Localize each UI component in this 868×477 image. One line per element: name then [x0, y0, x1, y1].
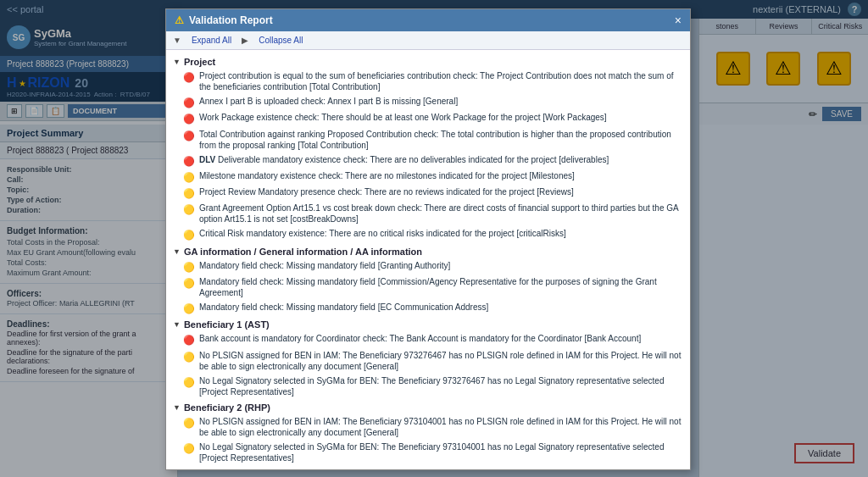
modal-title-text: Validation Report: [189, 14, 273, 26]
list-item: 🟡 Critical Risk mandatory existence: The…: [183, 226, 683, 242]
expand-icon: ▼: [173, 36, 181, 45]
warning-icon: 🟡: [183, 417, 195, 429]
validation-modal: ⚠ Validation Report × ▼ Expand All ▶ Col…: [165, 8, 691, 470]
item-text: Annex I part B is uploaded check: Annex …: [199, 96, 458, 107]
list-item: 🟡 Mandatory field check: Missing mandato…: [183, 275, 683, 300]
item-text: Total Contribution against ranking Propo…: [199, 129, 683, 151]
warning-icon: 🟡: [183, 376, 195, 388]
item-text: Project Review Mandatory presence check:…: [199, 186, 574, 197]
warning-icon: 🟡: [183, 187, 195, 199]
list-item: 🟡 Mandatory field check: Missing mandato…: [183, 258, 683, 275]
section-ben1-label: Beneficiary 1 (AST): [184, 319, 270, 330]
modal-header: ⚠ Validation Report ×: [166, 9, 690, 31]
section-ben3-label: Beneficiary 3 (CNRS): [184, 469, 277, 469]
item-text: Grant Agreement Option Art15.1 vs cost b…: [199, 202, 683, 225]
item-text: Work Package existence check: There shou…: [199, 112, 607, 123]
section-ga: ▼ GA information / General information /…: [173, 245, 683, 317]
section-ben2: ▼ Beneficiary 2 (RHP) 🟡 No PLSIGN assign…: [173, 401, 683, 465]
modal-title: ⚠ Validation Report: [175, 14, 273, 26]
item-text: Critical Risk mandatory existence: There…: [199, 228, 566, 239]
item-text: Mandatory field check: Missing mandatory…: [199, 302, 488, 313]
section-ga-header: ▼ GA information / General information /…: [173, 245, 683, 258]
list-item: 🟡 Milestone mandatory existence check: T…: [183, 169, 683, 185]
warning-icon: 🟡: [183, 442, 195, 454]
modal-close-button[interactable]: ×: [675, 14, 682, 27]
warning-icon: 🟡: [183, 277, 195, 289]
item-text: Project contribution is equal to the sum…: [199, 70, 683, 92]
list-item: 🟡 Project Review Mandatory presence chec…: [183, 185, 683, 201]
section-ga-arrow[interactable]: ▼: [173, 247, 181, 256]
section-ben1-items: 🔴 Bank account is mandatory for Coordina…: [173, 331, 683, 398]
section-ben3-header: ▼ Beneficiary 3 (CNRS): [173, 467, 683, 469]
section-ga-label: GA information / General information / A…: [184, 247, 422, 257]
section-project-label: Project: [184, 57, 215, 67]
section-ben3: ▼ Beneficiary 3 (CNRS) 🟡 No PLSIGN assig…: [173, 467, 683, 469]
list-item: 🔴 Bank account is mandatory for Coordina…: [183, 331, 683, 347]
section-project: ▼ Project 🔴 Project contribution is equa…: [173, 55, 683, 243]
warning-icon: 🟡: [183, 351, 195, 363]
collapse-icon: ▶: [242, 36, 248, 45]
error-icon: 🔴: [183, 97, 195, 108]
error-icon: 🔴: [183, 155, 195, 167]
section-ben2-arrow[interactable]: ▼: [173, 403, 181, 412]
item-text: Bank account is mandatory for Coordinato…: [199, 333, 641, 344]
error-icon: 🔴: [183, 130, 195, 141]
item-text: Mandatory field check: Missing mandatory…: [199, 260, 450, 271]
modal-body[interactable]: ▼ Project 🔴 Project contribution is equa…: [166, 50, 690, 469]
section-ben1: ▼ Beneficiary 1 (AST) 🔴 Bank account is …: [173, 318, 683, 398]
section-project-arrow[interactable]: ▼: [173, 58, 181, 66]
item-text: No Legal Signatory selected in SyGMa for…: [199, 375, 683, 397]
section-ben2-header: ▼ Beneficiary 2 (RHP): [173, 401, 683, 414]
section-ben2-label: Beneficiary 2 (RHP): [184, 402, 270, 413]
warning-icon: 🟡: [183, 171, 195, 183]
list-item: 🟡 No PLSIGN assigned for BEN in IAM: The…: [183, 414, 683, 440]
modal-toolbar: ▼ Expand All ▶ Collapse All: [166, 31, 690, 50]
section-ben1-arrow[interactable]: ▼: [173, 320, 181, 329]
list-item: 🔴 Project contribution is equal to the s…: [183, 69, 683, 94]
list-item: 🔴 Annex I part B is uploaded check: Anne…: [183, 94, 683, 110]
modal-title-icon: ⚠: [175, 14, 184, 26]
list-item: 🔴 Total Contribution against ranking Pro…: [183, 127, 683, 153]
section-project-items: 🔴 Project contribution is equal to the s…: [173, 69, 683, 243]
expand-all-button[interactable]: Expand All: [192, 36, 231, 45]
section-ben2-items: 🟡 No PLSIGN assigned for BEN in IAM: The…: [173, 414, 683, 465]
section-ben1-header: ▼ Beneficiary 1 (AST): [173, 318, 683, 331]
warning-icon: 🟡: [183, 229, 195, 241]
list-item: 🟡 No Legal Signatory selected in SyGMa f…: [183, 374, 683, 399]
item-text: No Legal Signatory selected in SyGMa for…: [199, 441, 683, 463]
item-text: No PLSIGN assigned for BEN in IAM: The B…: [199, 350, 683, 372]
item-text: Mandatory field check: Missing mandatory…: [199, 276, 683, 298]
list-item: 🔴 Work Package existence check: There sh…: [183, 110, 683, 126]
error-icon: 🔴: [183, 113, 195, 125]
collapse-all-button[interactable]: Collapse All: [259, 36, 303, 45]
section-ga-items: 🟡 Mandatory field check: Missing mandato…: [173, 258, 683, 317]
item-text: Milestone mandatory existence check: The…: [199, 170, 575, 181]
section-project-header: ▼ Project: [173, 55, 683, 69]
warning-icon: 🟡: [183, 302, 195, 314]
item-text: No PLSIGN assigned for BEN in IAM: The B…: [199, 416, 683, 438]
error-icon: 🔴: [183, 334, 195, 346]
item-text: DLV Deliverable mandatory existence chec…: [199, 154, 609, 165]
list-item: 🟡 No PLSIGN assigned for BEN in IAM: The…: [183, 348, 683, 374]
list-item: 🔴 DLV Deliverable mandatory existence ch…: [183, 153, 683, 169]
list-item: 🟡 Mandatory field check: Missing mandato…: [183, 300, 683, 316]
warning-icon: 🟡: [183, 261, 195, 273]
error-icon: 🔴: [183, 71, 195, 83]
list-item: 🟡 No Legal Signatory selected in SyGMa f…: [183, 440, 683, 465]
list-item: 🟡 Grant Agreement Option Art15.1 vs cost…: [183, 201, 683, 226]
warning-icon: 🟡: [183, 203, 195, 215]
